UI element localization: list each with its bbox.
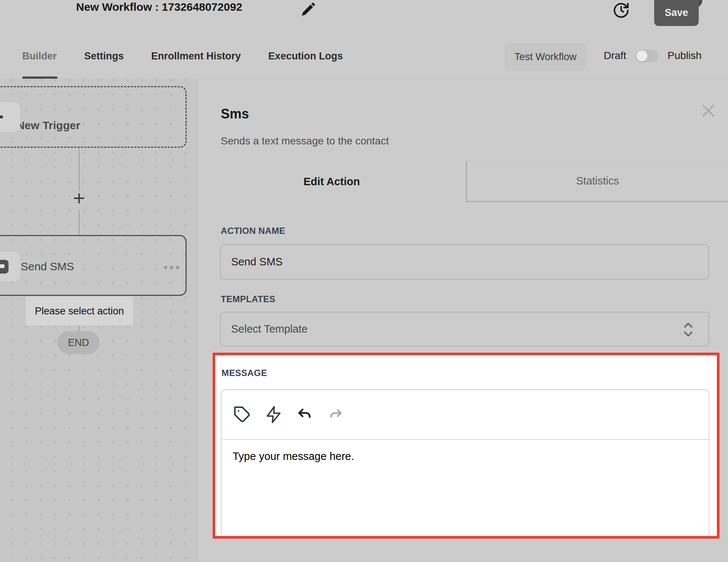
workflow-title: New Workflow : 1732648072092 (76, 1, 242, 13)
select-action-hint: Please select action (25, 296, 134, 326)
action-name-label: ACTION NAME (221, 226, 285, 236)
toggle-knob (636, 50, 647, 62)
edit-title-button[interactable] (300, 1, 316, 18)
x-icon (699, 102, 717, 120)
drawer-title: Sms (221, 106, 249, 122)
trigger-connector-stub (0, 115, 3, 118)
version-history-button[interactable] (612, 1, 630, 19)
workflow-builder-page: New Workflow : 1732648072092 Save Builde… (0, 0, 728, 562)
tab-statistics[interactable]: Statistics (466, 161, 728, 202)
connector-line (79, 210, 79, 235)
message-label: MESSAGE (222, 368, 267, 378)
main-tabbar: Builder Settings Enrollment History Exec… (0, 33, 728, 79)
header: New Workflow : 1732648072092 Save (0, 0, 728, 33)
personalize-button[interactable] (233, 406, 251, 424)
clock-history-icon (612, 1, 630, 19)
tab-edit-action[interactable]: Edit Action (198, 161, 466, 202)
workflow-canvas[interactable]: Add New Trigger + Send SMS Please select… (0, 79, 197, 562)
add-action-button[interactable]: + (70, 188, 88, 209)
tabbar-right-controls: Test Workflow Draft Publish (491, 33, 728, 79)
undo-button[interactable] (296, 406, 314, 424)
tab-execution-logs[interactable]: Execution Logs (268, 33, 343, 79)
main-tabs: Builder Settings Enrollment History Exec… (22, 33, 343, 79)
add-new-trigger-node[interactable]: Add New Trigger (0, 86, 187, 148)
action-detail-drawer: Sms Sends a text message to the contact … (198, 79, 728, 562)
connector-line (79, 148, 79, 191)
chevron-up-down-icon (680, 320, 696, 339)
redo-icon (328, 407, 343, 422)
undo-icon (296, 406, 313, 423)
publish-toggle[interactable] (636, 50, 659, 62)
node-menu-button[interactable] (162, 264, 181, 271)
sms-chat-icon (0, 260, 9, 274)
close-drawer-button[interactable] (699, 102, 717, 120)
draft-label: Draft (604, 50, 626, 62)
lightning-icon (265, 405, 282, 425)
connector-line (79, 326, 79, 331)
templates-label: TEMPLATES (221, 294, 275, 304)
trigger-icon-placeholder (0, 102, 20, 132)
template-select[interactable]: Select Template (220, 312, 709, 346)
drawer-tabs: Edit Action Statistics (198, 161, 728, 202)
redo-button[interactable] (327, 406, 345, 424)
tab-settings[interactable]: Settings (84, 33, 124, 79)
publish-label: Publish (668, 50, 702, 62)
drawer-subtitle: Sends a text message to the contact (221, 135, 389, 147)
action-name-input[interactable] (220, 244, 709, 280)
message-input[interactable]: Type your message here. (222, 441, 709, 536)
tab-enrollment-history[interactable]: Enrollment History (151, 33, 241, 79)
send-sms-node[interactable]: Send SMS (0, 235, 187, 296)
tag-icon (233, 406, 251, 424)
test-workflow-button[interactable]: Test Workflow (505, 43, 586, 71)
highlight-annotation: MESSAGE (213, 353, 719, 539)
end-node: END (58, 331, 99, 354)
message-editor-toolbar (222, 390, 709, 440)
sms-node-label: Send SMS (21, 260, 74, 273)
template-select-value: Select Template (231, 323, 308, 335)
message-editor: Type your message here. (221, 389, 709, 536)
tab-builder[interactable]: Builder (22, 33, 57, 79)
trigger-links-button[interactable] (265, 406, 282, 424)
save-button[interactable]: Save (654, 0, 699, 26)
pencil-icon (300, 1, 316, 18)
